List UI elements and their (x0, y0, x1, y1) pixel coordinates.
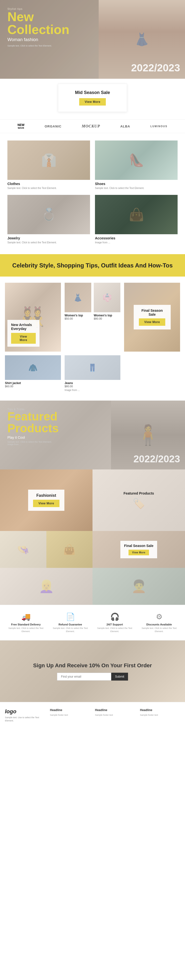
product-1-icon: 👗 (73, 293, 82, 302)
newsletter-form: Submit (33, 673, 152, 681)
product-image-2: 👘 (94, 283, 121, 312)
icon-discounts: ⚙ Discounts Available Sample text. Click… (138, 612, 180, 633)
category-shoes-name: Shoes (95, 182, 178, 186)
fashionist-right: Featured Products 🏷️ (92, 469, 185, 531)
shirt-jacket-icon: 🧥 (28, 363, 37, 372)
discounts-title: Discounts Available (138, 623, 180, 626)
footer-col-3-placeholder: Sample footer text (140, 714, 180, 716)
yellow-banner-text: Celebrity Style, Shopping Tips, Outfit I… (5, 261, 180, 269)
new-arrivals-button[interactable]: View More (11, 333, 36, 344)
delivery-desc: Sample text. Click to select the Text El… (5, 627, 47, 633)
footer-col-1-title: Headline (50, 708, 90, 712)
footer-col-2: Headline Sample footer text (95, 708, 135, 722)
yellow-banner: Celebrity Style, Shopping Tips, Outfit I… (0, 254, 185, 277)
jeans-note: Image from ... (64, 388, 121, 392)
shirt-jacket-price: $60.00 (5, 385, 61, 388)
footer-grid: logo Sample text. Use to select the Text… (5, 708, 180, 722)
final-sale-overlay: Final Season Sale View More (134, 305, 171, 329)
sale-card-wrapper: Mid Season Sale View More (0, 79, 185, 119)
bottom-img-4-icon: 🧑‍🦱 (131, 579, 146, 593)
footer-col-1: Headline Sample footer text (50, 708, 90, 722)
icon-refund: 📄 Refund Guarantee Sample text. Click to… (49, 612, 91, 633)
category-jewelry: 💍 Jewelry Sample text. Click to select t… (7, 195, 90, 244)
bottom-img-2-icon: 👜 (63, 544, 76, 555)
right-products-column: 👗 Women's top $50.00 👘 Women's top $80.0… (64, 283, 121, 352)
bottom-image-1: 👒 (0, 531, 47, 568)
final-sale-bottom-overlay: Final Season Sale View More (121, 541, 157, 558)
product-price-1: $50.00 (64, 317, 91, 320)
hero-subtitle: Woman fashion (7, 37, 69, 42)
final-sale-label: Final Season Sale (138, 309, 166, 317)
featured-products-label: Featured Products (124, 492, 154, 495)
jeans-image: 👖 (64, 355, 121, 380)
new-arrivals-card: 👯 New Arrivals Everyday View More (5, 283, 61, 352)
footer-col-2-title: Headline (95, 708, 135, 712)
footer-tagline: Sample text. Use to select the Text Elem… (5, 716, 45, 722)
product-card-1: 👗 Women's top $50.00 (64, 283, 91, 320)
products-grid: 👯 New Arrivals Everyday View More 👗 Wome… (5, 283, 180, 352)
shoes-icon: 👠 (95, 140, 178, 180)
category-jewelry-desc: Sample text. Click to select the Text El… (7, 241, 90, 244)
brand-organic: organic (45, 124, 61, 128)
brand-new-wave-top: NEW (18, 123, 24, 127)
featured-title-line1: Featured (7, 410, 59, 422)
brand-new-wave-bottom: WAVE (18, 127, 24, 129)
category-shoes-image: 👠 (95, 140, 178, 180)
bottom-img-3-icon: 👱‍♀️ (39, 579, 54, 593)
footer-logo-col: logo Sample text. Use to select the Text… (5, 708, 45, 722)
hero-desc: Sample text. Click to select the Text El… (7, 44, 57, 48)
new-arrivals-btn-wrapper: View More (11, 333, 36, 344)
sale-card-title: Mid Season Sale (68, 90, 117, 95)
hero-year: 2022/2023 (131, 62, 180, 74)
featured-products-icon: 🏷️ (133, 498, 145, 509)
hero-title: New Collection (7, 10, 69, 36)
final-sale-bottom-button[interactable]: View More (129, 550, 149, 555)
bottom-img-1-icon: 👒 (17, 544, 29, 555)
bottom-right-panel: Final Season Sale View More (92, 531, 185, 568)
jeans-icon: 👖 (88, 363, 97, 372)
support-desc: Sample text. Click to select the Text El… (94, 627, 136, 633)
fashionist-button[interactable]: View More (33, 500, 60, 507)
final-sale-bottom-label: Final Season Sale (124, 544, 153, 548)
brand-new-wave: NEW WAVE (18, 123, 24, 129)
brands-row: NEW WAVE organic Mockup Alba LUMINOUS (0, 119, 185, 133)
newsletter-submit-button[interactable]: Submit (111, 673, 128, 681)
footer-col-3-title: Headline (140, 708, 180, 712)
fashionist-left: Fashionist View More (0, 469, 92, 531)
jeans-item: 👖 Jeans $80.00 Image from ... (64, 355, 121, 392)
bottom-image-3: 👱‍♀️ (0, 568, 92, 605)
newsletter-email-input[interactable] (57, 673, 111, 681)
footer: logo Sample text. Use to select the Text… (0, 702, 185, 727)
categories-grid: 👔 Clothes Sample text. Click to select t… (7, 140, 178, 244)
footer-col-1-placeholder: Sample footer text (50, 714, 90, 716)
product-name-2: Women's top (94, 314, 121, 317)
final-sale-button[interactable]: View More (139, 318, 166, 326)
support-icon: 🎧 (94, 612, 136, 621)
featured-title-line2: Products (7, 422, 59, 434)
featured-hero-subtitle: Play it Cool (7, 436, 59, 439)
refund-icon: 📄 (49, 612, 91, 621)
icon-support: 🎧 24/7 Support Sample text. Click to sel… (94, 612, 136, 633)
view-more-button[interactable]: View More (79, 98, 106, 105)
product-name-1: Women's top (64, 314, 91, 317)
top-products-row: 👗 Women's top $50.00 👘 Women's top $80.0… (64, 283, 121, 320)
jeans-name: Jeans (64, 381, 121, 385)
category-jewelry-name: Jewelry (7, 236, 90, 240)
icon-delivery: 🚚 Free Standard Delivery Sample text. Cl… (5, 612, 47, 633)
brand-alba: Alba (121, 124, 130, 128)
final-season-sale-card: 😊 Final Season Sale View More (124, 283, 180, 352)
category-accessories-name: Accessories (95, 236, 178, 240)
footer-logo: logo (5, 708, 45, 715)
fashionist-label: Fashionist (33, 493, 60, 498)
bottom-image-2: 👜 (47, 531, 93, 568)
refund-title: Refund Guarantee (49, 623, 91, 626)
brand-mockup: Mockup (82, 124, 100, 129)
icons-row: 🚚 Free Standard Delivery Sample text. Cl… (0, 605, 185, 640)
featured-hero-content: Tips & Tricks Featured Products Play it … (7, 408, 59, 445)
shirt-jacket-name: Shirt jacket (5, 381, 61, 385)
discounts-desc: Sample text. Click to select the Text El… (138, 627, 180, 633)
product-2-icon: 👘 (103, 293, 112, 302)
category-accessories-desc: Image from ... (95, 241, 178, 244)
shirt-jacket-image: 🧥 (5, 355, 61, 380)
category-clothes: 👔 Clothes Sample text. Click to select t… (7, 140, 90, 190)
